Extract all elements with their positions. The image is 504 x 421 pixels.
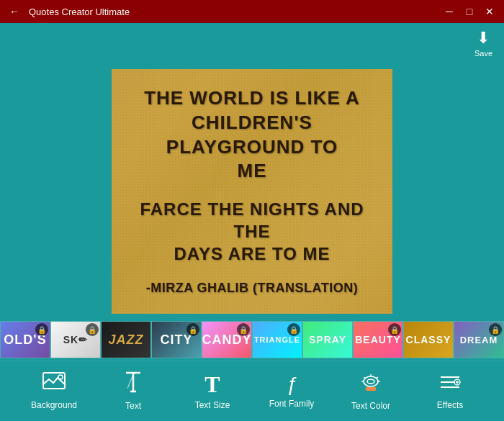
text-color-tool[interactable]: Text Color: [346, 371, 396, 411]
title-bar-left: ← Quotes Creator Ultimate: [6, 3, 130, 20]
svg-line-9: [364, 377, 366, 379]
lock-icon: 🔒: [287, 323, 300, 336]
lock-icon: 🔒: [186, 323, 199, 336]
title-bar: ← Quotes Creator Ultimate ─ □ ✕: [0, 0, 504, 23]
background-tool[interactable]: Background: [29, 372, 79, 410]
theme-sketch[interactable]: Sk✏ 🔒: [50, 321, 101, 358]
text-label: Text: [125, 401, 141, 411]
main-area: THE WORLD IS LIKE A CHILDREN'S PLAYGROUN…: [0, 63, 504, 319]
theme-jazz[interactable]: JAZZ: [101, 321, 151, 358]
theme-triangle[interactable]: TRIANGLE 🔒: [252, 321, 302, 358]
maximize-button[interactable]: □: [461, 3, 478, 20]
theme-jazz-bg: JAZZ: [102, 322, 150, 358]
quote-canvas[interactable]: THE WORLD IS LIKE A CHILDREN'S PLAYGROUN…: [112, 69, 392, 314]
save-icon: ⬇: [477, 29, 490, 47]
theme-dream[interactable]: DREAM 🔒: [454, 321, 504, 358]
theme-classy-bg: CLASSY: [404, 322, 453, 358]
theme-spray[interactable]: SPRAY: [302, 321, 353, 358]
theme-spray-bg: SPRAY: [303, 322, 352, 358]
lock-icon: 🔒: [237, 323, 250, 336]
font-family-tool[interactable]: ƒ Font Family: [266, 374, 317, 409]
save-label: Save: [474, 49, 492, 58]
quote-line1: THE WORLD IS LIKE A CHILDREN'S PLAYGROUN…: [126, 86, 378, 184]
theme-olds[interactable]: OLD'S 🔒: [0, 321, 50, 358]
background-label: Background: [31, 400, 77, 410]
minimize-button[interactable]: ─: [441, 3, 458, 20]
svg-point-1: [58, 375, 63, 379]
font-family-label: Font Family: [269, 399, 315, 409]
app-title: Quotes Creator Ultimate: [29, 6, 130, 17]
lock-icon: 🔒: [388, 323, 401, 336]
background-icon: [42, 372, 66, 396]
bottom-toolbar: Background Text T Text Size ƒ Font Famil…: [0, 361, 504, 421]
top-toolbar: ⬇ Save: [0, 23, 504, 63]
text-icon: [123, 371, 143, 397]
window-controls: ─ □ ✕: [441, 3, 498, 20]
effects-icon: [439, 372, 461, 396]
text-size-icon: T: [204, 373, 220, 396]
text-size-label: Text Size: [195, 400, 230, 410]
effects-tool[interactable]: Effects: [425, 372, 475, 410]
quote-line4: FARCE THE NIGHTS AND THE DAYS ARE TO ME: [126, 198, 378, 266]
text-color-label: Text Color: [351, 401, 390, 411]
theme-beauty[interactable]: BEAUTY 🔒: [353, 321, 403, 358]
text-size-tool[interactable]: T Text Size: [187, 373, 238, 410]
theme-candy[interactable]: CANDY 🔒: [202, 321, 252, 358]
close-button[interactable]: ✕: [481, 3, 498, 20]
svg-line-8: [376, 377, 378, 379]
quote-author: -MIRZA GHALIB (TRANSLATION): [126, 280, 378, 296]
lock-icon: 🔒: [86, 323, 99, 336]
quote-text: THE WORLD IS LIKE A CHILDREN'S PLAYGROUN…: [112, 72, 392, 311]
svg-rect-12: [366, 387, 376, 391]
theme-city[interactable]: City 🔒: [151, 321, 202, 358]
back-button[interactable]: ←: [6, 3, 23, 20]
svg-point-6: [367, 379, 374, 384]
text-color-icon: [360, 371, 382, 397]
theme-classy[interactable]: CLASSY: [403, 321, 454, 358]
lock-icon: 🔒: [489, 323, 502, 336]
effects-label: Effects: [437, 400, 463, 410]
lock-icon: 🔒: [35, 323, 48, 336]
save-button[interactable]: ⬇ Save: [474, 29, 492, 58]
text-tool[interactable]: Text: [108, 371, 158, 411]
font-family-icon: ƒ: [286, 374, 297, 394]
theme-strip: OLD'S 🔒 Sk✏ 🔒 JAZZ City 🔒 CANDY 🔒 TRIANG…: [0, 319, 504, 361]
